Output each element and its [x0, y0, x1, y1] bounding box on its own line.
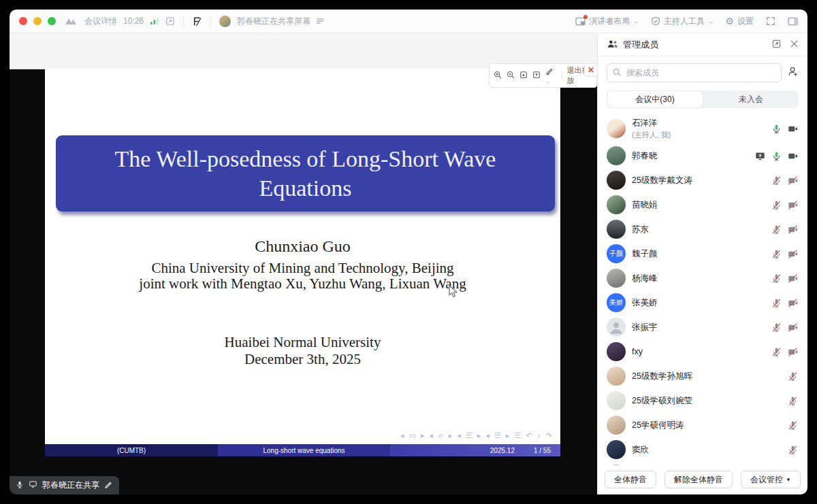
mic-icon[interactable]	[788, 371, 798, 382]
mic-icon[interactable]	[771, 347, 782, 357]
slide-footer-title: Long-short wave equations	[218, 444, 390, 456]
fullscreen-icon[interactable]	[766, 16, 775, 26]
mic-icon[interactable]	[16, 480, 24, 491]
mic-icon[interactable]	[788, 445, 798, 455]
maximize-window-button[interactable]	[48, 17, 56, 25]
member-row[interactable]: 石洋洋 (主持人, 我)	[598, 114, 807, 144]
member-name: 窦欣	[632, 444, 782, 456]
beamer-nav-icons: ◂ ▭ ▸ ◂ ▱ ▸ ◂ ☰ ▸ ◂ ☰ ▸ ☰ ↶ ⌕ ↷	[400, 431, 554, 440]
panel-title: 管理成员	[623, 39, 658, 51]
member-avatar: 子颜	[607, 244, 626, 263]
mic-icon[interactable]	[771, 298, 782, 308]
meeting-control-button[interactable]: 会议管控▼	[741, 471, 801, 488]
close-panel-icon[interactable]	[790, 39, 798, 50]
camera-icon[interactable]	[788, 200, 798, 210]
member-row[interactable]: 杨海峰	[598, 266, 807, 290]
member-row[interactable]: fxy	[598, 339, 807, 364]
host-tools-button[interactable]: 主持人工具 ⌄	[651, 16, 714, 27]
member-search-box[interactable]	[607, 63, 782, 82]
member-row[interactable]: 25级数学孙旭晖	[598, 364, 807, 388]
member-row[interactable]: 郭春晓	[598, 144, 807, 168]
member-name: fxy	[632, 347, 765, 356]
screen-icon	[29, 480, 37, 490]
mic-icon[interactable]	[771, 124, 782, 134]
add-member-icon[interactable]	[788, 66, 799, 80]
camera-icon[interactable]	[788, 347, 798, 357]
slide-date: December 3th, 2025	[45, 351, 560, 368]
layout-menu-label: 演讲者布局	[589, 16, 630, 27]
mic-icon[interactable]	[771, 175, 782, 186]
mic-icon[interactable]	[771, 273, 782, 284]
minimize-window-button[interactable]	[33, 17, 42, 25]
meeting-details-button[interactable]: 会议详情	[84, 16, 117, 27]
toggle-sidebar-icon[interactable]	[788, 17, 798, 26]
popout-panel-icon[interactable]	[772, 39, 781, 50]
member-management-panel: 管理成员	[597, 33, 807, 494]
mic-icon[interactable]	[771, 151, 782, 161]
slide-title-line1: The Well-posedness of Long-Short Wave	[115, 146, 496, 173]
layout-menu-button[interactable]: 演讲者布局 ⌄	[575, 16, 639, 27]
member-row[interactable]: 张振宇	[598, 315, 807, 339]
sharing-pill-text: 郭春晓正在共享	[42, 480, 99, 491]
slide-title-line2: Equations	[259, 175, 352, 202]
member-row[interactable]: 子颜 魏子颜	[598, 241, 807, 266]
member-row[interactable]: 25学硕何明涛	[598, 413, 807, 437]
camera-icon[interactable]	[788, 322, 798, 333]
pen-annotate-icon[interactable]	[104, 480, 112, 490]
camera-icon[interactable]	[788, 124, 798, 134]
slide-footer-bar: (CUMTB) Long-short wave equations 2025.1…	[45, 444, 560, 456]
slide-joint-work: joint work with Mengtao Xu, Yuzhu Wang, …	[45, 275, 560, 292]
member-row[interactable]: 窦欣	[598, 437, 807, 462]
sharing-indicator-pill[interactable]: 郭春晓正在共享	[10, 476, 119, 494]
settings-button[interactable]: ⚙ 设置	[725, 16, 754, 27]
member-name: 郭春晓	[632, 150, 749, 162]
settings-label: 设置	[737, 16, 754, 27]
member-row[interactable]: 苗晓娟	[598, 192, 807, 217]
mic-icon[interactable]	[788, 420, 798, 431]
member-list: 石洋洋 (主持人, 我) 郭春晓	[598, 112, 807, 465]
layout-icon	[575, 17, 586, 26]
sharing-lines-icon[interactable]	[317, 18, 325, 24]
member-name: 25级数学孙旭晖	[632, 371, 782, 382]
camera-icon[interactable]	[788, 175, 798, 186]
notification-dot	[583, 15, 588, 19]
member-row[interactable]: 美娇 张美娇	[598, 290, 807, 315]
member-name: 苏东	[632, 224, 765, 235]
mic-icon[interactable]	[771, 322, 782, 333]
camera-icon[interactable]	[788, 249, 798, 259]
screen-sharing-icon	[755, 151, 765, 161]
mic-icon[interactable]	[771, 200, 782, 210]
open-external-icon[interactable]	[165, 16, 175, 26]
slide-playback-toolbar: ⌄ 退出播放	[489, 63, 597, 88]
member-row[interactable]: 25级学硕刘婉莹	[598, 388, 807, 413]
member-avatar	[607, 220, 626, 239]
tab-in-meeting[interactable]: 会议中(30)	[607, 91, 703, 107]
mic-icon[interactable]	[788, 396, 798, 406]
member-avatar: 美娇	[607, 293, 626, 312]
close-window-button[interactable]	[19, 17, 27, 25]
search-icon	[613, 67, 621, 79]
shared-screen-area: ⌄ 退出播放 ✕ The Well-posedness of Long-Shor…	[10, 33, 597, 494]
member-tabs: 会议中(30) 未入会	[607, 90, 799, 108]
slide-author: Chunxiao Guo	[45, 237, 560, 256]
mute-all-button[interactable]: 全体静音	[605, 471, 656, 488]
camera-icon[interactable]	[788, 298, 798, 308]
app-icon[interactable]	[192, 16, 202, 27]
camera-icon[interactable]	[788, 151, 798, 161]
member-avatar	[607, 342, 626, 361]
tab-not-joined[interactable]: 未入会	[703, 90, 799, 108]
pen-annotate-icon: ⌄	[545, 67, 557, 84]
slide-affiliation: China University of Mining and Technolog…	[45, 260, 560, 277]
member-name: 张振宇	[632, 322, 765, 333]
member-row[interactable]: 25级数学戴文涛	[598, 168, 807, 192]
member-avatar	[607, 269, 626, 288]
camera-icon[interactable]	[788, 224, 798, 235]
mic-icon[interactable]	[771, 224, 782, 235]
member-avatar	[607, 119, 626, 138]
camera-icon[interactable]	[788, 273, 798, 284]
member-name: 魏子颜	[632, 248, 765, 260]
unmute-all-button[interactable]: 解除全体静音	[664, 471, 733, 488]
member-row[interactable]: 苏东	[598, 217, 807, 241]
mic-icon[interactable]	[771, 249, 782, 259]
search-input[interactable]	[625, 67, 775, 78]
